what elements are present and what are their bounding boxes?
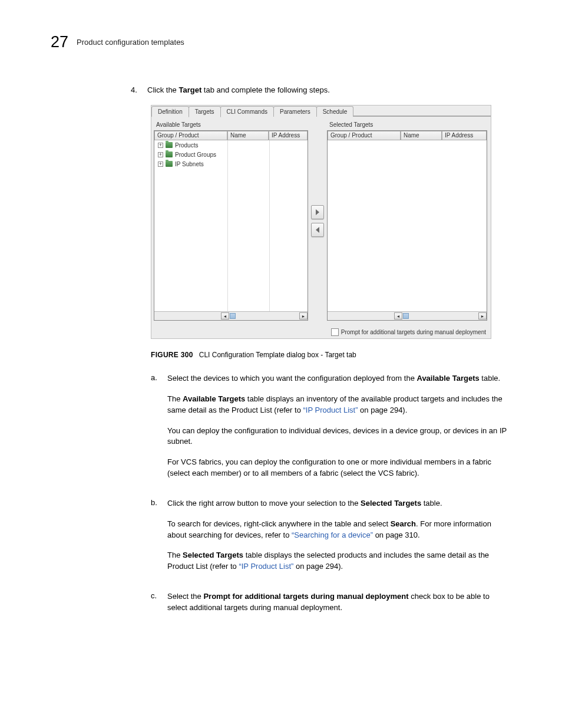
tab-schedule[interactable]: Schedule (316, 106, 354, 117)
transfer-arrows (308, 130, 327, 312)
substep-b-p2: To search for devices, right-click anywh… (167, 519, 509, 541)
col-group-product[interactable]: Group / Product (154, 131, 227, 140)
folder-icon (166, 151, 173, 157)
available-targets-header: Group / Product Name IP Address (154, 131, 308, 140)
folder-icon (166, 142, 173, 148)
col-ip-address[interactable]: IP Address (269, 131, 308, 140)
move-right-button[interactable] (311, 205, 324, 219)
link-searching-device[interactable]: “Searching for a device” (292, 531, 373, 539)
tree-item-label: Product Groups (175, 151, 216, 158)
scroll-thumb[interactable] (403, 313, 409, 319)
substep-letter: a. (151, 373, 159, 489)
header-title: Product configuration templates (77, 38, 184, 47)
substep-b-p1: Click the right arrow button to move you… (167, 498, 509, 509)
step-number: 4. (131, 85, 139, 94)
col-ip-address[interactable]: IP Address (442, 131, 487, 140)
substep-c-p1: Select the Prompt for additional targets… (167, 591, 509, 614)
figure-text: CLI Configuration Template dialog box - … (199, 351, 356, 359)
tab-targets[interactable]: Targets (189, 106, 221, 117)
figure-label: FIGURE 300 (151, 351, 193, 359)
substep-a-p3: You can deploy the configuration to indi… (167, 426, 509, 448)
substep-b-p3: The Selected Targets table displays the … (167, 550, 509, 572)
scroll-left-icon[interactable]: ◄ (394, 312, 402, 319)
selected-targets-tree[interactable] (328, 140, 487, 311)
col-name[interactable]: Name (401, 131, 442, 140)
substep-letter: b. (151, 498, 159, 582)
chevron-right-icon (315, 209, 320, 215)
step-4: 4. Click the Target tab and complete the… (131, 85, 511, 94)
selected-targets-header: Group / Product Name IP Address (328, 131, 487, 140)
tree-item-product-groups[interactable]: + Product Groups (154, 150, 308, 159)
col-name[interactable]: Name (227, 131, 269, 140)
chevron-left-icon (315, 227, 320, 233)
folder-icon (166, 161, 173, 167)
scroll-right-icon[interactable]: ► (299, 312, 308, 319)
substep-c: c. Select the Prompt for additional targ… (151, 591, 511, 623)
available-targets-panel: Available Targets Group / Product Name I… (154, 118, 308, 321)
substep-a-p4: For VCS fabrics, you can deploy the conf… (167, 457, 509, 479)
link-ip-product-list-2[interactable]: “IP Product List” (239, 562, 293, 571)
substep-b: b. Click the right arrow button to move … (151, 498, 511, 582)
tree-item-ip-subnets[interactable]: + IP Subnets (154, 159, 308, 169)
figure-caption: FIGURE 300 CLI Configuration Template di… (151, 351, 511, 359)
tree-item-label: Products (175, 142, 198, 149)
scroll-thumb[interactable] (230, 313, 236, 319)
tab-definition[interactable]: Definition (151, 106, 189, 117)
tree-item-products[interactable]: + Products (154, 140, 308, 150)
prompt-additional-label: Prompt for additional targets during man… (341, 329, 486, 335)
selected-hscroll[interactable]: ◄ ► (328, 311, 487, 320)
substep-letter: c. (151, 591, 159, 623)
available-targets-tree[interactable]: + Products + Product Groups + (154, 140, 308, 311)
available-hscroll[interactable]: ◄ ► (154, 311, 308, 320)
prompt-additional-checkbox[interactable] (331, 328, 339, 336)
col-group-product[interactable]: Group / Product (328, 131, 401, 140)
tab-parameters[interactable]: Parameters (273, 106, 317, 117)
page-number: 27 (51, 33, 68, 51)
selected-targets-title: Selected Targets (329, 121, 487, 128)
available-targets-title: Available Targets (156, 121, 308, 128)
scroll-left-icon[interactable]: ◄ (221, 312, 229, 319)
link-ip-product-list[interactable]: “IP Product List” (303, 406, 358, 414)
scroll-right-icon[interactable]: ► (478, 312, 487, 319)
step-text: Click the Target tab and complete the fo… (147, 85, 330, 94)
expand-icon[interactable]: + (158, 162, 163, 167)
cli-config-dialog: Definition Targets CLI Commands Paramete… (151, 105, 491, 339)
substep-a-p1: Select the devices to which you want the… (167, 373, 509, 384)
tab-cli-commands[interactable]: CLI Commands (220, 106, 274, 117)
dialog-footer: Prompt for additional targets during man… (151, 325, 491, 338)
expand-icon[interactable]: + (158, 152, 163, 157)
substep-a: a. Select the devices to which you want … (151, 373, 511, 489)
expand-icon[interactable]: + (158, 143, 163, 148)
tabs-row: Definition Targets CLI Commands Paramete… (151, 106, 491, 117)
substep-a-p2: The Available Targets table displays an … (167, 394, 509, 416)
tree-item-label: IP Subnets (175, 161, 204, 167)
selected-targets-panel: Selected Targets Group / Product Name IP… (327, 118, 487, 321)
page-header: 27 Product configuration templates (51, 33, 511, 51)
move-left-button[interactable] (311, 223, 324, 237)
